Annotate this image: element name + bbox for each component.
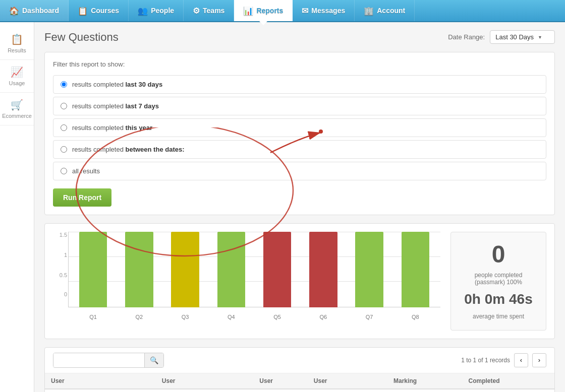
- cell-time: 00:00:46: [308, 389, 387, 392]
- ecommerce-icon: 🛒: [11, 99, 23, 111]
- sidebar-item-ecommerce[interactable]: 🛒 Ecommerce: [0, 93, 34, 125]
- content-area: Filter this report to show: results comp…: [34, 52, 565, 392]
- x-label-q1: Q1: [73, 314, 113, 320]
- bar-group-q2: [119, 232, 159, 307]
- sidebar-results-label: Results: [8, 47, 26, 53]
- page-header: Few Questions Date Range: Last 30 Days: [34, 22, 565, 52]
- main-content: Few Questions Date Range: Last 30 Days: [34, 22, 565, 392]
- date-range-value: Last 30 Days: [495, 33, 534, 41]
- nav-account[interactable]: 🏢 Account: [355, 0, 415, 21]
- date-range-label: Date Range:: [448, 33, 485, 41]
- teams-icon: ⚙: [193, 6, 200, 16]
- bar-group-q5: [257, 232, 297, 307]
- nav-messages-label: Messages: [311, 7, 345, 15]
- filter-radio-last7[interactable]: [61, 103, 67, 109]
- bar-group-q8: [396, 232, 435, 307]
- search-input[interactable]: [53, 353, 144, 367]
- results-table: User User User User Marking Completed: [45, 373, 554, 392]
- bar-q8: [402, 232, 429, 307]
- y-label-1: 1: [53, 252, 67, 258]
- nav-dashboard-label: Dashboard: [22, 7, 59, 15]
- x-label-q4: Q4: [211, 314, 251, 320]
- people-icon: 👥: [138, 6, 148, 16]
- bar-q3: [171, 232, 199, 307]
- filter-radio-between[interactable]: [61, 146, 67, 153]
- filter-label-between: results completed between the dates:: [72, 146, 185, 153]
- bar-q6: [309, 232, 337, 307]
- nav-messages[interactable]: ✉ Messages: [293, 0, 355, 21]
- filter-radio-thisyear[interactable]: [61, 124, 67, 131]
- x-label-q6: Q6: [303, 314, 343, 320]
- col-header-completed: Completed: [463, 373, 554, 389]
- bar-group-q1: [73, 232, 113, 307]
- nav-courses[interactable]: 📋 Courses: [69, 0, 129, 21]
- nav-teams[interactable]: ⚙ Teams: [184, 0, 234, 21]
- sidebar-item-results[interactable]: 📋 Results: [0, 27, 34, 60]
- content-wrapper: Filter this report to show: results comp…: [34, 52, 565, 392]
- bar-group-q6: [303, 232, 343, 307]
- sidebar-item-usage[interactable]: 📈 Usage: [0, 60, 34, 93]
- nav-courses-label: Courses: [91, 7, 119, 15]
- x-label-q3: Q3: [165, 314, 205, 320]
- table-header-row: User User User User Marking Completed: [45, 373, 554, 389]
- bar-q2: [125, 232, 153, 307]
- filter-option-last7[interactable]: results completed last 7 days: [53, 97, 546, 115]
- filter-option-last30[interactable]: results completed last 30 days: [53, 75, 546, 94]
- bar-q4: [217, 232, 245, 307]
- reports-icon: 📊: [243, 6, 253, 16]
- bar-chart-area: 1.5 1 0.5 0: [53, 232, 440, 331]
- filter-label-last7: results completed last 7 days: [72, 102, 159, 110]
- messages-icon: ✉: [302, 6, 308, 16]
- nav-people[interactable]: 👥 People: [129, 0, 184, 21]
- nav-teams-label: Teams: [203, 7, 224, 15]
- nav-reports[interactable]: 📊 Reports: [234, 0, 293, 21]
- stat-completed-label: people completed (passmark) 100%: [475, 272, 523, 286]
- cell-empty: [130, 389, 156, 392]
- table-row: Dan Allen Oct 3, 2012 43 00:00:46: [45, 389, 554, 392]
- col-header-marking: Marking: [387, 373, 462, 389]
- run-report-button[interactable]: Run Report: [53, 188, 111, 207]
- page-title: Few Questions: [44, 31, 119, 44]
- table-toolbar: 🔍 1 to 1 of 1 records ‹ ›: [45, 348, 554, 373]
- cell-score: 43: [253, 389, 308, 392]
- bar-chart: 1.5 1 0.5 0: [53, 232, 440, 322]
- nav-people-label: People: [151, 7, 174, 15]
- x-labels: Q1 Q2 Q3 Q4 Q5 Q6 Q7 Q8: [68, 314, 440, 320]
- filter-radio-all[interactable]: [61, 168, 67, 174]
- filter-radio-last30[interactable]: [61, 81, 67, 88]
- filter-option-between[interactable]: results completed between the dates:: [53, 140, 546, 159]
- stat-time-label: average time spent: [473, 313, 524, 320]
- filter-section: Filter this report to show: results comp…: [44, 52, 555, 215]
- stat-time: 0h 0m 46s: [464, 291, 532, 308]
- search-wrapper: 🔍: [53, 353, 164, 368]
- y-label-1.5: 1.5: [53, 232, 67, 238]
- filter-option-thisyear[interactable]: results completed this year: [53, 118, 546, 137]
- filter-label-thisyear: results completed this year: [72, 124, 152, 132]
- nav-dashboard[interactable]: 🏠 Dashboard: [0, 0, 69, 21]
- cell-date: Oct 3, 2012: [156, 389, 253, 392]
- prev-page-button[interactable]: ‹: [514, 353, 528, 367]
- bar-q7: [355, 232, 383, 307]
- cell-user-link[interactable]: Dan Allen: [45, 389, 130, 392]
- next-page-button[interactable]: ›: [532, 353, 546, 367]
- date-range-dropdown[interactable]: Last 30 Days: [490, 30, 555, 44]
- results-icon: 📋: [11, 33, 23, 45]
- sidebar-usage-label: Usage: [9, 80, 25, 86]
- pagination-text: 1 to 1 of 1 records: [461, 357, 510, 364]
- bar-q1: [79, 232, 107, 307]
- x-label-q8: Q8: [396, 314, 435, 320]
- top-navigation: 🏠 Dashboard 📋 Courses 👥 People ⚙ Teams 📊…: [0, 0, 565, 22]
- sidebar-ecommerce-label: Ecommerce: [2, 113, 32, 119]
- bar-group-q7: [350, 232, 389, 307]
- col-header-user: User: [45, 373, 130, 389]
- bar-group-q3: [165, 232, 205, 307]
- bar-group-q4: [211, 232, 251, 307]
- app-body: 📋 Results 📈 Usage 🛒 Ecommerce Few Questi…: [0, 22, 565, 392]
- stat-completed-number: 0: [492, 242, 505, 267]
- search-button[interactable]: 🔍: [144, 353, 163, 367]
- chart-stats: 0 people completed (passmark) 100% 0h 0m…: [450, 232, 546, 331]
- chart-section: 1.5 1 0.5 0: [44, 223, 555, 339]
- bar-q5: [263, 232, 291, 307]
- account-icon: 🏢: [364, 6, 374, 16]
- filter-option-all[interactable]: all results: [53, 162, 546, 180]
